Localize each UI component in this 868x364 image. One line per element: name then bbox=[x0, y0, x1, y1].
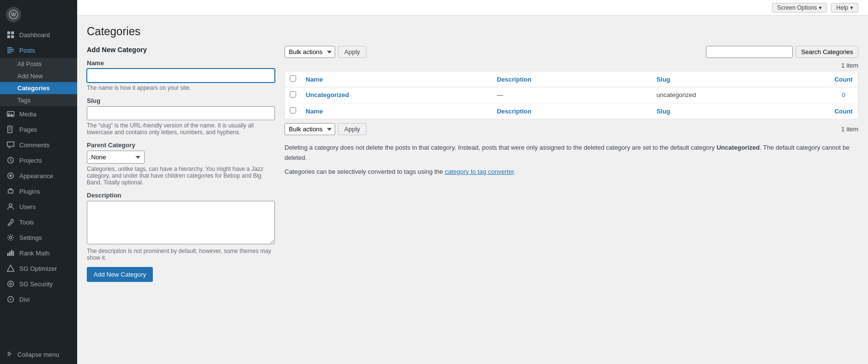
collapse-menu-label: Collapse menu bbox=[17, 351, 59, 358]
svg-rect-25 bbox=[13, 251, 14, 256]
svg-rect-19 bbox=[8, 190, 13, 193]
count-link[interactable]: 0 bbox=[842, 91, 845, 98]
footer-description-column[interactable]: Description bbox=[492, 103, 651, 119]
sidebar-item-comments[interactable]: Comments bbox=[0, 137, 77, 153]
svg-point-29 bbox=[10, 299, 12, 300]
table-header-row: Name Description Slug Count bbox=[285, 71, 858, 87]
search-categories-button[interactable]: Search Categories bbox=[796, 46, 858, 58]
sidebar-item-sgsecurity[interactable]: SG Security bbox=[0, 276, 77, 292]
svg-rect-24 bbox=[11, 250, 13, 256]
table-toolbar-top: Bulk actions Apply Search Categories bbox=[285, 46, 858, 58]
footer-select-all-checkbox[interactable] bbox=[290, 107, 296, 113]
bulk-actions-bottom: Bulk actions Apply bbox=[285, 123, 366, 135]
sidebar-item-add-new[interactable]: Add New bbox=[0, 70, 77, 82]
sidebar-item-divi[interactable]: Divi bbox=[0, 292, 77, 307]
sidebar-item-categories[interactable]: Categories bbox=[0, 82, 77, 94]
description-hint: The description is not prominent by defa… bbox=[87, 248, 275, 261]
categories-table-panel: Bulk actions Apply Search Categories bbox=[285, 46, 858, 181]
item-count-top: 1 item bbox=[285, 62, 858, 69]
sidebar-item-users[interactable]: Users bbox=[0, 199, 77, 214]
description-textarea[interactable] bbox=[87, 201, 275, 244]
sidebar-item-tags[interactable]: Tags bbox=[0, 94, 77, 106]
tools-icon bbox=[6, 218, 15, 226]
sidebar-item-pages-label: Pages bbox=[19, 126, 37, 133]
content-body: Add New Category Name The name is how it… bbox=[87, 46, 858, 282]
parent-select[interactable]: None bbox=[87, 151, 145, 164]
svg-rect-22 bbox=[7, 253, 9, 256]
sidebar-item-settings[interactable]: Settings bbox=[0, 230, 77, 245]
slug-field-group: Slug The “slug” is the URL-friendly vers… bbox=[87, 97, 275, 136]
search-input[interactable] bbox=[706, 46, 793, 58]
row-checkbox-cell bbox=[285, 87, 301, 103]
bulk-actions-select-bottom[interactable]: Bulk actions bbox=[285, 123, 335, 135]
svg-rect-23 bbox=[9, 252, 11, 256]
info-box: Deleting a category does not delete the … bbox=[285, 143, 858, 177]
count-column-header[interactable]: Count bbox=[829, 71, 858, 87]
media-icon bbox=[6, 110, 15, 118]
sidebar-item-appearance[interactable]: Appearance bbox=[0, 168, 77, 183]
svg-rect-9 bbox=[7, 53, 11, 54]
rankmath-icon bbox=[6, 249, 15, 257]
parent-label: Parent Category bbox=[87, 141, 275, 149]
description-column-label: Description bbox=[497, 76, 531, 83]
add-category-button[interactable]: Add New Category bbox=[87, 267, 153, 282]
footer-slug-column[interactable]: Slug bbox=[652, 103, 829, 119]
collapse-icon bbox=[6, 350, 14, 359]
sidebar-item-plugins[interactable]: Plugins bbox=[0, 183, 77, 199]
dashboard-icon bbox=[6, 31, 15, 39]
help-button[interactable]: Help ▾ bbox=[831, 3, 858, 13]
name-hint: The name is how it appears on your site. bbox=[87, 84, 275, 91]
info-p1-bold: Uncategorized bbox=[717, 144, 760, 151]
collapse-menu-button[interactable]: Collapse menu bbox=[0, 345, 77, 364]
sidebar-item-settings-label: Settings bbox=[19, 234, 42, 241]
name-input[interactable] bbox=[87, 69, 275, 83]
sidebar-item-all-posts[interactable]: All Posts bbox=[0, 58, 77, 70]
footer-count-column[interactable]: Count bbox=[829, 103, 858, 119]
screen-options-label: Screen Options bbox=[777, 4, 817, 11]
name-column-header[interactable]: Name bbox=[301, 71, 492, 87]
sidebar-item-tools[interactable]: Tools bbox=[0, 214, 77, 230]
table-toolbar-bottom: Bulk actions Apply 1 item bbox=[285, 123, 858, 135]
sidebar-item-plugins-label: Plugins bbox=[19, 188, 40, 195]
category-to-tag-converter-link[interactable]: category to tag converter bbox=[445, 168, 514, 175]
sidebar-item-projects-label: Projects bbox=[19, 157, 42, 164]
add-new-label: Add New bbox=[17, 72, 43, 80]
description-group: Description The description is not promi… bbox=[87, 192, 275, 261]
category-name-link[interactable]: Uncategorized bbox=[306, 91, 349, 98]
slug-column-header[interactable]: Slug bbox=[652, 71, 829, 87]
svg-point-18 bbox=[10, 175, 12, 177]
slug-column-label: Slug bbox=[657, 76, 670, 83]
sidebar-item-posts[interactable]: Posts bbox=[0, 42, 77, 58]
form-heading: Add New Category bbox=[87, 46, 275, 54]
slug-input[interactable] bbox=[87, 106, 275, 120]
sidebar-item-sgoptimizer[interactable]: SG Optimizer bbox=[0, 261, 77, 276]
sidebar-item-dashboard-label: Dashboard bbox=[19, 31, 50, 39]
sidebar-item-projects[interactable]: Projects bbox=[0, 153, 77, 168]
search-categories-label: Search Categories bbox=[801, 48, 853, 56]
sidebar-item-pages[interactable]: Pages bbox=[0, 122, 77, 137]
sidebar-item-rankmath[interactable]: Rank Math bbox=[0, 245, 77, 261]
footer-name-column[interactable]: Name bbox=[301, 103, 492, 119]
apply-button-top[interactable]: Apply bbox=[338, 46, 366, 58]
screen-options-button[interactable]: Screen Options ▾ bbox=[772, 3, 827, 13]
svg-rect-6 bbox=[7, 47, 12, 48]
svg-rect-3 bbox=[11, 31, 14, 34]
help-chevron-icon: ▾ bbox=[850, 4, 853, 11]
svg-rect-2 bbox=[7, 31, 10, 34]
sidebar-item-media[interactable]: Media bbox=[0, 106, 77, 122]
sidebar-item-tools-label: Tools bbox=[19, 219, 34, 226]
svg-rect-13 bbox=[9, 127, 11, 128]
apply-button-bottom[interactable]: Apply bbox=[338, 123, 366, 135]
bulk-actions-select-top[interactable]: Bulk actions bbox=[285, 46, 335, 58]
footer-checkbox-header bbox=[285, 103, 301, 119]
svg-point-26 bbox=[8, 281, 14, 287]
description-column-header[interactable]: Description bbox=[492, 71, 651, 87]
select-all-checkbox[interactable] bbox=[290, 75, 296, 82]
sidebar-item-dashboard[interactable]: Dashboard bbox=[0, 27, 77, 42]
info-p2-start: Categories can be selectively converted … bbox=[285, 168, 445, 175]
add-category-form: Add New Category Name The name is how it… bbox=[87, 46, 275, 282]
info-paragraph-1: Deleting a category does not delete the … bbox=[285, 143, 858, 163]
page-content: Categories Add New Category Name The nam… bbox=[77, 15, 868, 364]
name-label: Name bbox=[87, 59, 275, 67]
row-checkbox[interactable] bbox=[290, 91, 296, 98]
